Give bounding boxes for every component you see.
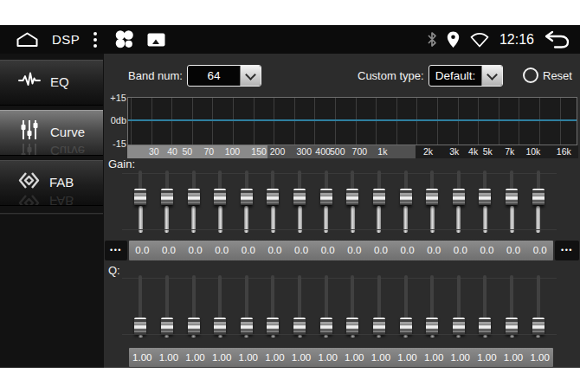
custom-type-select[interactable]: Default: <box>429 65 503 87</box>
apps-icon[interactable] <box>114 29 134 49</box>
gain-slider[interactable] <box>339 170 366 234</box>
gain-slider-thumb[interactable] <box>400 189 412 206</box>
q-slider-thumb[interactable] <box>453 318 465 335</box>
gain-overflow-left-button[interactable]: ••• <box>105 241 127 260</box>
gain-slider-thumb[interactable] <box>188 189 200 206</box>
gain-overflow-right-button[interactable]: ••• <box>555 241 579 260</box>
gain-slider[interactable] <box>499 170 525 234</box>
q-slider-thumb[interactable] <box>134 318 146 335</box>
freq-tick-label: 150 <box>251 146 267 157</box>
q-slider-thumb[interactable] <box>320 318 332 335</box>
gain-slider-thumb[interactable] <box>267 189 279 206</box>
gain-slider-thumb[interactable] <box>134 189 146 206</box>
q-slider[interactable] <box>525 274 551 338</box>
q-slider[interactable] <box>446 274 473 338</box>
reset-radio[interactable] <box>523 67 538 83</box>
home-icon[interactable] <box>16 31 39 48</box>
q-value: 1.00 <box>209 348 235 367</box>
gain-value: 0.0 <box>421 241 448 260</box>
q-slider[interactable] <box>472 274 499 338</box>
q-slider-thumb[interactable] <box>506 318 518 335</box>
q-value: 1.00 <box>288 348 315 367</box>
gallery-icon[interactable] <box>147 33 165 47</box>
reset-label: Reset <box>543 64 572 88</box>
gain-slider-thumb[interactable] <box>506 189 518 206</box>
q-slider[interactable] <box>366 274 393 338</box>
q-slider-thumb[interactable] <box>346 318 358 335</box>
gain-slider-thumb[interactable] <box>426 189 438 206</box>
gain-value: 0.0 <box>314 241 341 260</box>
q-slider-track <box>165 275 169 322</box>
q-slider-thumb[interactable] <box>373 318 385 335</box>
q-slider-thumb[interactable] <box>214 318 226 335</box>
gain-slider[interactable] <box>419 170 446 234</box>
q-row-spacer <box>105 348 127 367</box>
band-num-select[interactable]: 64 <box>187 65 261 87</box>
q-slider[interactable] <box>154 274 181 338</box>
q-slider-thumb[interactable] <box>188 318 200 335</box>
menu-dots-icon[interactable] <box>93 32 97 48</box>
sidebar-item-eq[interactable]: EQ <box>0 60 103 106</box>
sidebar-item-curve[interactable]: Curve Curve <box>0 110 103 156</box>
gain-slider-thumb[interactable] <box>346 189 358 206</box>
gain-slider-thumb[interactable] <box>320 189 332 206</box>
q-slider-thumb[interactable] <box>241 318 253 335</box>
gain-slider[interactable] <box>207 170 234 234</box>
q-slider[interactable] <box>180 274 207 338</box>
gain-slider[interactable] <box>366 170 393 234</box>
gain-slider-thumb[interactable] <box>241 189 253 206</box>
gain-slider[interactable] <box>234 170 261 234</box>
q-value: 1.00 <box>368 348 395 367</box>
q-slider[interactable] <box>392 274 419 338</box>
q-slider-track <box>298 275 301 322</box>
q-slider-thumb[interactable] <box>400 318 412 335</box>
q-value: 1.00 <box>341 348 368 367</box>
q-slider-track <box>351 275 354 322</box>
gain-slider[interactable] <box>287 170 313 234</box>
sidebar-item-label: Curve <box>50 125 85 139</box>
q-slider[interactable] <box>339 274 366 338</box>
gain-slider-thumb[interactable] <box>373 189 385 206</box>
chevron-down-icon[interactable] <box>481 66 502 86</box>
gain-slider[interactable] <box>525 170 551 234</box>
sidebar-item-fab[interactable]: FAB FAB <box>0 160 103 206</box>
q-slider-track <box>456 335 461 337</box>
sidebar-item-label: EQ <box>50 74 69 89</box>
q-slider[interactable] <box>127 274 154 338</box>
q-slider-thumb[interactable] <box>426 318 438 335</box>
sidebar: EQ Curve Curve <box>0 54 104 368</box>
q-slider[interactable] <box>207 274 234 338</box>
back-icon[interactable] <box>544 29 570 49</box>
gain-slider[interactable] <box>180 170 207 234</box>
gain-slider[interactable] <box>472 170 499 234</box>
freq-tick-label: 3k <box>449 146 459 157</box>
freq-tick-label: 700 <box>352 146 368 157</box>
q-slider[interactable] <box>499 274 525 338</box>
q-value-strip: 1.001.001.001.001.001.001.001.001.001.00… <box>129 348 553 367</box>
gain-slider-thumb[interactable] <box>453 189 465 206</box>
gain-slider-thumb[interactable] <box>479 189 491 206</box>
gain-slider[interactable] <box>154 170 181 234</box>
q-slider-thumb[interactable] <box>532 318 545 335</box>
gain-slider[interactable] <box>313 170 339 234</box>
gain-slider-thumb[interactable] <box>532 189 545 206</box>
q-slider[interactable] <box>234 274 261 338</box>
gain-slider[interactable] <box>446 170 473 234</box>
q-slider-thumb[interactable] <box>161 318 173 335</box>
q-slider-thumb[interactable] <box>479 318 491 335</box>
gain-value: 0.0 <box>448 241 474 260</box>
q-slider[interactable] <box>313 274 339 338</box>
chevron-down-icon[interactable] <box>240 66 261 86</box>
gain-slider[interactable] <box>392 170 419 234</box>
q-slider-thumb[interactable] <box>293 318 306 335</box>
q-slider[interactable] <box>260 274 287 338</box>
q-slider[interactable] <box>419 274 446 338</box>
q-slider-track <box>271 335 275 337</box>
gain-slider-thumb[interactable] <box>293 189 306 206</box>
gain-slider[interactable] <box>127 170 154 234</box>
gain-slider-thumb[interactable] <box>161 189 173 206</box>
q-slider[interactable] <box>287 274 313 338</box>
q-slider-thumb[interactable] <box>267 318 279 335</box>
gain-slider-thumb[interactable] <box>214 189 226 206</box>
gain-slider[interactable] <box>260 170 287 234</box>
